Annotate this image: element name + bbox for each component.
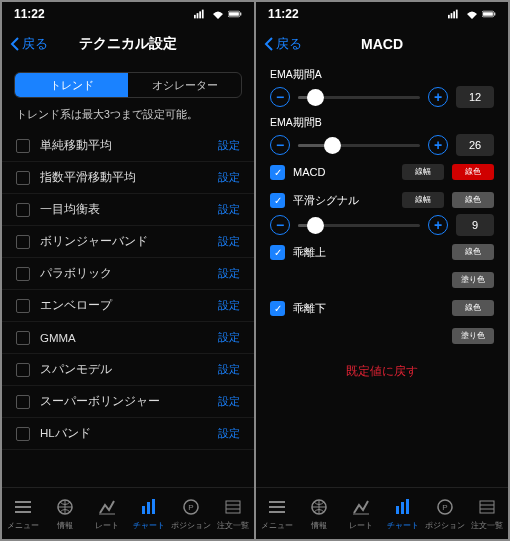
checkbox[interactable] xyxy=(16,363,30,377)
back-label: 戻る xyxy=(22,35,48,53)
checkbox-checked[interactable]: ✓ xyxy=(270,165,285,180)
indicator-row[interactable]: エンベロープ 設定 xyxy=(2,290,254,322)
indicator-label: ボリンジャーバンド xyxy=(40,234,218,249)
checkbox[interactable] xyxy=(16,331,30,345)
indicator-label: GMMA xyxy=(40,332,218,344)
color-swatch[interactable]: 線色 xyxy=(452,244,494,260)
indicator-row[interactable]: 指数平滑移動平均 設定 xyxy=(2,162,254,194)
check-row: ✓ MACD線幅線色 xyxy=(256,158,508,186)
settings-link[interactable]: 設定 xyxy=(218,394,240,409)
checkbox[interactable] xyxy=(16,171,30,185)
back-button[interactable]: 戻る xyxy=(10,35,48,53)
color-swatch[interactable]: 線幅 xyxy=(402,192,444,208)
checkbox[interactable] xyxy=(16,299,30,313)
signal-icon xyxy=(448,9,462,19)
color-swatch[interactable]: 塗り色 xyxy=(452,272,494,288)
tab-注文一覧[interactable]: 注文一覧 xyxy=(466,490,508,539)
macd-settings: EMA期間A − + 12 EMA期間B − + 26 ✓ MACD線幅線色✓ … xyxy=(256,62,508,350)
back-button[interactable]: 戻る xyxy=(264,35,302,53)
tab-label: 注文一覧 xyxy=(217,520,249,531)
minus-button[interactable]: − xyxy=(270,215,290,235)
tab-情報[interactable]: 情報 xyxy=(298,490,340,539)
checkbox[interactable] xyxy=(16,267,30,281)
slider[interactable] xyxy=(298,96,420,99)
tab-チャート[interactable]: チャート xyxy=(128,490,170,539)
tab-label: ポジション xyxy=(171,520,211,531)
tab-icon xyxy=(267,498,287,518)
indicator-row[interactable]: GMMA 設定 xyxy=(2,322,254,354)
tab-情報[interactable]: 情報 xyxy=(44,490,86,539)
checkbox-checked[interactable]: ✓ xyxy=(270,245,285,260)
tab-icon xyxy=(477,498,497,518)
indicator-row[interactable]: スパンモデル 設定 xyxy=(2,354,254,386)
svg-text:P: P xyxy=(188,503,193,512)
segment-trend[interactable]: トレンド xyxy=(15,73,128,97)
value-box[interactable]: 9 xyxy=(456,214,494,236)
checkbox[interactable] xyxy=(16,427,30,441)
tab-レート[interactable]: レート xyxy=(86,490,128,539)
tab-label: 情報 xyxy=(57,520,73,531)
tab-チャート[interactable]: チャート xyxy=(382,490,424,539)
segment-oscillator[interactable]: オシレーター xyxy=(128,73,241,97)
tab-ポジション[interactable]: Pポジション xyxy=(170,490,212,539)
svg-rect-16 xyxy=(453,11,455,18)
checkbox[interactable] xyxy=(16,395,30,409)
value-box[interactable]: 12 xyxy=(456,86,494,108)
svg-rect-8 xyxy=(142,506,145,514)
reset-button[interactable]: 既定値に戻す xyxy=(256,350,508,393)
settings-link[interactable]: 設定 xyxy=(218,266,240,281)
checkbox[interactable] xyxy=(16,235,30,249)
back-label: 戻る xyxy=(276,35,302,53)
slider[interactable] xyxy=(298,224,420,227)
checkbox[interactable] xyxy=(16,139,30,153)
param-label: EMA期間A xyxy=(270,68,494,82)
plus-button[interactable]: + xyxy=(428,87,448,107)
screen-technical-settings: 11:22 戻る テクニカル設定 トレンド オシレーター トレンド系は最大3つま… xyxy=(2,2,254,539)
indicator-row[interactable]: スーパーボリンジャー 設定 xyxy=(2,386,254,418)
color-swatch[interactable]: 塗り色 xyxy=(452,328,494,344)
wifi-icon xyxy=(465,9,479,19)
tab-レート[interactable]: レート xyxy=(340,490,382,539)
settings-link[interactable]: 設定 xyxy=(218,202,240,217)
minus-button[interactable]: − xyxy=(270,135,290,155)
plus-button[interactable]: + xyxy=(428,135,448,155)
indicator-row[interactable]: ボリンジャーバンド 設定 xyxy=(2,226,254,258)
settings-link[interactable]: 設定 xyxy=(218,426,240,441)
settings-link[interactable]: 設定 xyxy=(218,138,240,153)
tab-icon: P xyxy=(181,498,201,518)
minus-button[interactable]: − xyxy=(270,87,290,107)
indicator-row[interactable]: 一目均衡表 設定 xyxy=(2,194,254,226)
indicator-row[interactable]: 単純移動平均 設定 xyxy=(2,130,254,162)
slider[interactable] xyxy=(298,144,420,147)
settings-link[interactable]: 設定 xyxy=(218,234,240,249)
check-label: 乖離下 xyxy=(293,301,444,316)
color-swatch[interactable]: 線色 xyxy=(452,300,494,316)
svg-text:P: P xyxy=(442,503,447,512)
tab-ポジション[interactable]: Pポジション xyxy=(424,490,466,539)
checkbox[interactable] xyxy=(16,203,30,217)
page-title: MACD xyxy=(361,36,403,52)
color-swatch[interactable]: 線色 xyxy=(452,192,494,208)
value-box[interactable]: 26 xyxy=(456,134,494,156)
battery-icon xyxy=(482,9,496,19)
tab-label: 情報 xyxy=(311,520,327,531)
color-swatch[interactable]: 線幅 xyxy=(402,164,444,180)
signal-icon xyxy=(194,9,208,19)
checkbox-checked[interactable]: ✓ xyxy=(270,193,285,208)
svg-rect-3 xyxy=(202,10,204,19)
checkbox-checked[interactable]: ✓ xyxy=(270,301,285,316)
tab-icon xyxy=(13,498,33,518)
segment-control[interactable]: トレンド オシレーター xyxy=(14,72,242,98)
indicator-label: 一目均衡表 xyxy=(40,202,218,217)
tab-注文一覧[interactable]: 注文一覧 xyxy=(212,490,254,539)
tab-メニュー[interactable]: メニュー xyxy=(256,490,298,539)
settings-link[interactable]: 設定 xyxy=(218,298,240,313)
settings-link[interactable]: 設定 xyxy=(218,330,240,345)
tab-メニュー[interactable]: メニュー xyxy=(2,490,44,539)
plus-button[interactable]: + xyxy=(428,215,448,235)
settings-link[interactable]: 設定 xyxy=(218,362,240,377)
color-swatch[interactable]: 線色 xyxy=(452,164,494,180)
settings-link[interactable]: 設定 xyxy=(218,170,240,185)
indicator-row[interactable]: パラボリック 設定 xyxy=(2,258,254,290)
indicator-row[interactable]: HLバンド 設定 xyxy=(2,418,254,450)
